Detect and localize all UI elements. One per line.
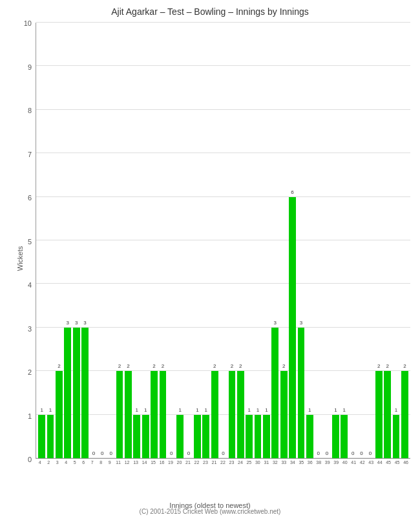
- x-tick-label: 3: [53, 460, 61, 473]
- bar-group: 1: [245, 23, 253, 458]
- y-axis-tick-value: 6: [28, 194, 32, 202]
- bar-group: 3: [72, 23, 81, 458]
- x-tick-label: 23: [201, 460, 209, 473]
- x-tick-label: 12: [123, 460, 131, 473]
- bar-group: 1: [142, 23, 150, 458]
- bar: 3: [271, 328, 278, 458]
- x-tick-label: 21: [210, 460, 218, 473]
- x-tick-label: 44: [375, 460, 384, 473]
- bar-group: 2: [236, 23, 245, 458]
- bar-group: 1: [331, 23, 340, 458]
- bar: 2: [151, 371, 158, 458]
- x-axis-labels: 4234567891112131415161920212223212223242…: [36, 460, 410, 473]
- bar: 2: [211, 371, 218, 458]
- bar: 2: [280, 371, 288, 458]
- bar: 6: [289, 197, 296, 458]
- x-tick-label: 42: [358, 460, 366, 473]
- bar-group: 0: [107, 23, 115, 458]
- x-tick-label: 43: [366, 460, 375, 473]
- bar-value-label: 1: [308, 407, 311, 413]
- bar-group: 2: [227, 23, 236, 458]
- y-axis-tick-value: 4: [28, 281, 32, 289]
- bar-group: 0: [357, 23, 366, 458]
- bar-group: 2: [375, 23, 383, 458]
- x-tick-label: 5: [70, 460, 79, 473]
- bar: 1: [142, 415, 149, 458]
- y-axis-tick-value: 3: [28, 325, 32, 333]
- bar: 2: [229, 371, 236, 458]
- bar-group: 3: [271, 23, 279, 458]
- bar-group: 2: [55, 23, 63, 458]
- bar: 2: [384, 371, 391, 458]
- bar-group: 0: [89, 23, 98, 458]
- chart-area: 1123330002211220101120221113263100110002…: [36, 23, 410, 459]
- bar-group: 0: [167, 23, 176, 458]
- bar-value-label: 1: [49, 407, 52, 413]
- x-tick-label: 11: [114, 460, 122, 473]
- bar: 1: [263, 415, 270, 458]
- bar: 2: [237, 371, 244, 458]
- bar-group: 2: [280, 23, 288, 458]
- bar-value-label: 2: [127, 363, 129, 369]
- y-axis-tick-value: 7: [28, 151, 32, 158]
- chart-title: Ajit Agarkar – Test – Bowling – Innings …: [0, 0, 420, 17]
- bar-value-label: 0: [369, 450, 372, 456]
- bar-value-label: 0: [101, 450, 103, 456]
- bar-group: 0: [184, 23, 193, 458]
- bar-value-label: 1: [144, 407, 147, 413]
- x-tick-label: 33: [280, 460, 288, 473]
- bar-group: 1: [392, 23, 400, 458]
- bar: 2: [160, 371, 167, 458]
- bar-value-label: 2: [118, 363, 121, 369]
- x-tick-label: 13: [131, 460, 140, 473]
- bar-value-label: 1: [40, 407, 43, 413]
- bar-value-label: 1: [178, 407, 181, 413]
- x-tick-label: 7: [88, 460, 96, 473]
- bar-value-label: 0: [317, 450, 319, 456]
- x-tick-label: 31: [262, 460, 271, 473]
- x-tick-label: 46: [401, 460, 410, 473]
- bar-value-label: 2: [403, 363, 406, 369]
- bar-value-label: 1: [334, 407, 337, 413]
- bar-value-label: 2: [162, 363, 164, 369]
- bar: 2: [56, 371, 63, 458]
- bar-group: 1: [253, 23, 262, 458]
- bar-value-label: 1: [196, 407, 198, 413]
- bar-value-label: 0: [170, 450, 173, 456]
- bar-value-label: 2: [231, 363, 233, 369]
- y-axis-tick-value: 1: [28, 412, 32, 420]
- bar-value-label: 1: [395, 407, 397, 413]
- bar-value-label: 0: [352, 450, 354, 456]
- y-axis-label: Wickets: [16, 246, 24, 271]
- bar: 1: [393, 415, 400, 458]
- bar: 1: [133, 415, 140, 458]
- bar: 2: [375, 371, 383, 458]
- bar-value-label: 3: [274, 320, 277, 326]
- x-tick-label: 39: [323, 460, 331, 473]
- x-tick-label: 25: [245, 460, 253, 473]
- x-tick-label: 14: [140, 460, 149, 473]
- bar: 1: [306, 415, 313, 458]
- y-axis-tick-value: 2: [28, 368, 32, 376]
- bar-group: 3: [81, 23, 89, 458]
- bar-group: 0: [314, 23, 322, 458]
- x-tick-label: 9: [105, 460, 114, 473]
- bar-group: 0: [322, 23, 331, 458]
- x-tick-label: 45: [393, 460, 401, 473]
- bar-value-label: 1: [343, 407, 346, 413]
- y-axis-tick-value: 9: [28, 63, 32, 71]
- y-axis-tick-value: 10: [24, 19, 32, 27]
- bar-value-label: 0: [222, 450, 224, 456]
- bar-value-label: 1: [265, 407, 268, 413]
- bar-group: 3: [297, 23, 305, 458]
- x-tick-label: 6: [79, 460, 87, 473]
- bar: 1: [332, 415, 339, 458]
- x-tick-label: 20: [175, 460, 184, 473]
- bar-group: 2: [211, 23, 219, 458]
- bar-value-label: 0: [360, 450, 362, 456]
- bar-group: 0: [219, 23, 227, 458]
- x-tick-label: 8: [96, 460, 105, 473]
- x-tick-label: 40: [341, 460, 349, 473]
- x-tick-label: 41: [349, 460, 357, 473]
- bar-value-label: 2: [58, 363, 60, 369]
